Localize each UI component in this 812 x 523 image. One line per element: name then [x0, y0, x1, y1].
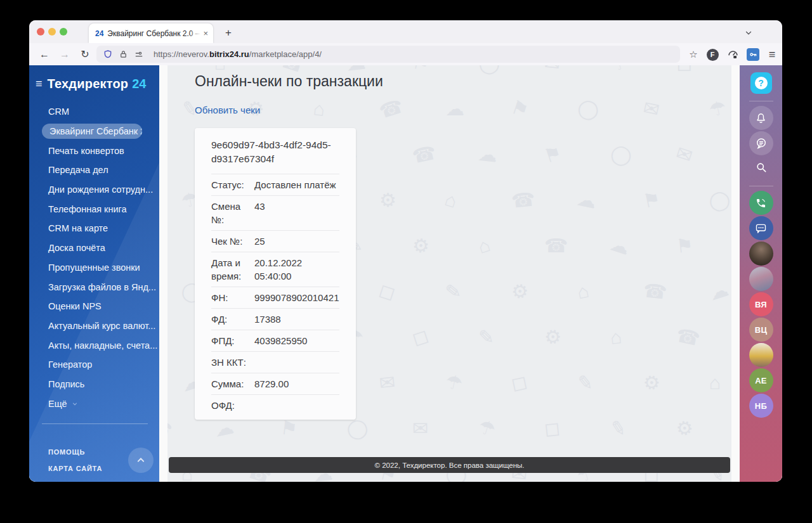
user-avatar[interactable]	[749, 343, 773, 367]
sidebar-item-label: Ещё	[48, 399, 67, 409]
sidebar-item-label: Акты, накладные, счета...	[48, 340, 157, 351]
sidebar-item-label: Генератор	[48, 359, 92, 370]
tab-title: Эквайринг Сбербанк 2.0 — пр	[107, 29, 200, 38]
key-glyph	[747, 48, 759, 61]
user-avatar[interactable]	[749, 242, 773, 266]
receipt-row: Статус:Доставлен платёж	[211, 174, 339, 196]
address-bar[interactable]: https://neverov.bitrix24.ru/marketplace/…	[96, 46, 680, 63]
sidebar-item-label: CRM	[48, 107, 69, 117]
receipt-row-label: Смена №:	[211, 200, 254, 226]
receipt-row-label: ФПД:	[211, 334, 254, 347]
sidebar-item[interactable]: Оценки NPS	[29, 297, 159, 316]
minimize-window-button[interactable]	[48, 28, 56, 36]
chevron-down-icon	[72, 401, 78, 407]
zoom-window-button[interactable]	[60, 28, 67, 36]
sidebar-item[interactable]: Подпись	[29, 375, 159, 394]
forward-button[interactable]: →	[57, 47, 72, 62]
privacy-gauge-icon[interactable]	[724, 46, 741, 63]
sidebar-item[interactable]: Телефонная книга	[29, 199, 159, 219]
menu-hamburger-icon[interactable]: ≡	[764, 46, 780, 63]
group-chat-button[interactable]	[749, 216, 773, 240]
sidebar-item[interactable]: Акты, накладные, счета...	[29, 335, 159, 355]
sidebar-item[interactable]: Передача дел	[29, 160, 159, 180]
tab-favicon: 24	[95, 29, 103, 38]
receipt-row: ОФД:	[211, 395, 339, 420]
avatar-initials-label: ВЯ	[755, 300, 767, 309]
back-button[interactable]: ←	[37, 47, 52, 62]
receipt-row-value: 20.12.2022 05:40:00	[254, 256, 339, 283]
receipt-row-value: 17388	[254, 313, 339, 326]
receipt-row-value: 43	[254, 200, 339, 226]
sidebar-item[interactable]: Дни рождения сотрудн...	[29, 180, 159, 200]
sidebar-item-label: Оценки NPS	[48, 301, 102, 311]
footer-copyright: © 2022, Техдиректор. Все права защищены.	[374, 462, 524, 469]
browser-tab[interactable]: 24 Эквайринг Сбербанк 2.0 — пр ×	[89, 23, 213, 43]
rail-divider	[749, 186, 773, 186]
help-button[interactable]: ?	[750, 72, 772, 94]
avatar-initials-label: НБ	[755, 401, 767, 411]
password-key-icon[interactable]	[745, 46, 761, 63]
receipt-row-label: Сумма:	[211, 377, 254, 391]
close-window-button[interactable]	[37, 28, 44, 36]
new-tab-button[interactable]: +	[221, 25, 236, 41]
sidebar-menu: CRMЭквайринг Сбербанк 2....Печать конвер…	[29, 102, 159, 413]
user-avatar-initials[interactable]: НБ	[749, 394, 773, 418]
receipt-row-value: 9999078902010421	[254, 291, 339, 304]
refresh-receipts-link[interactable]: Обновить чеки	[195, 105, 260, 115]
search-icon[interactable]	[749, 156, 773, 179]
sidebar-item[interactable]: Загрузка файлов в Янд...	[29, 277, 159, 297]
chat-button[interactable]	[749, 131, 773, 155]
tab-bar: 24 Эквайринг Сбербанк 2.0 — пр × +	[29, 20, 782, 43]
url-scheme: https://	[154, 49, 178, 59]
notifications-bell-button[interactable]	[749, 106, 773, 130]
sidebar-item[interactable]: Актуальный курс валют...	[29, 316, 159, 336]
sidebar-sitemap-link[interactable]: КАРТА САЙТА	[48, 465, 102, 472]
sidebar-item-label: Подпись	[48, 379, 84, 389]
user-avatar-initials[interactable]: ВЦ	[749, 318, 773, 342]
sidebar-item[interactable]: Эквайринг Сбербанк 2....	[29, 122, 159, 141]
receipt-row-value: Доставлен платёж	[254, 178, 339, 191]
sidebar-item[interactable]: Доска почёта	[29, 238, 159, 258]
receipt-row: Дата и время:20.12.2022 05:40:00	[211, 252, 339, 287]
user-avatar-initials[interactable]: ВЯ	[749, 292, 773, 316]
url-domain: bitrix24.ru	[209, 49, 249, 59]
sidebar-item[interactable]: Генератор	[29, 355, 159, 375]
sidebar-item-label: Актуальный курс валют...	[48, 321, 155, 331]
tracking-protection-shield-icon[interactable]	[103, 49, 113, 60]
list-tabs-chevron-icon[interactable]	[741, 25, 756, 41]
url-text[interactable]: https://neverov.bitrix24.ru/marketplace/…	[154, 49, 322, 59]
sidebar-item[interactable]: Печать конвертов	[29, 141, 159, 160]
telephony-button[interactable]	[749, 191, 773, 215]
sidebar-item[interactable]: Пропущенные звонки	[29, 258, 159, 278]
question-icon: ?	[755, 77, 768, 89]
avatar-initials-label: AE	[755, 376, 767, 385]
receipt-row-label: Дата и время:	[211, 256, 254, 283]
permissions-icon[interactable]	[134, 49, 144, 60]
receipt-row-value: 25	[254, 235, 339, 248]
sidebar-help-link[interactable]: ПОМОЩЬ	[48, 448, 85, 456]
extension-f-icon[interactable]: F	[704, 46, 721, 63]
brand-suffix: 24	[132, 77, 146, 91]
lock-icon[interactable]	[119, 49, 128, 59]
left-sidebar: ≡ Техдиректор 24 CRMЭквайринг Сбербанк 2…	[29, 65, 159, 482]
desktop-background: 24 Эквайринг Сбербанк 2.0 — пр × + ← → ↻	[0, 0, 812, 523]
page-footer: © 2022, Техдиректор. Все права защищены.	[169, 457, 730, 473]
receipt-row-value: 4039825950	[254, 334, 339, 347]
sidebar-divider	[42, 423, 148, 424]
user-avatar[interactable]	[749, 267, 773, 291]
bookmark-star-icon[interactable]: ☆	[685, 46, 702, 63]
sidebar-item-label: CRM на карте	[48, 223, 108, 233]
site-logo[interactable]: ≡ Техдиректор 24	[36, 77, 146, 91]
sidebar-menu-icon[interactable]: ≡	[36, 77, 43, 91]
user-avatar-initials[interactable]: AE	[749, 368, 773, 392]
reload-button[interactable]: ↻	[77, 47, 93, 62]
tab-close-icon[interactable]: ×	[203, 29, 208, 38]
main-content: ⚙⌂☎☁⚑◯✉☂◻✎✎⚙⌂☎☁⚑◯✉☂◻◻✎⚙⌂☎☁⚑◯✉☂☂◻✎⚙⌂☎☁⚑◯✉…	[167, 65, 731, 482]
sidebar-item[interactable]: CRM на карте	[29, 219, 159, 238]
sidebar-item[interactable]: CRM	[29, 102, 159, 122]
sidebar-item[interactable]: Ещё	[29, 394, 159, 413]
receipt-row-value	[254, 356, 339, 369]
scroll-to-top-button[interactable]	[128, 448, 154, 473]
right-rail: ?	[740, 65, 782, 482]
sidebar-item-label: Доска почёта	[48, 243, 105, 253]
